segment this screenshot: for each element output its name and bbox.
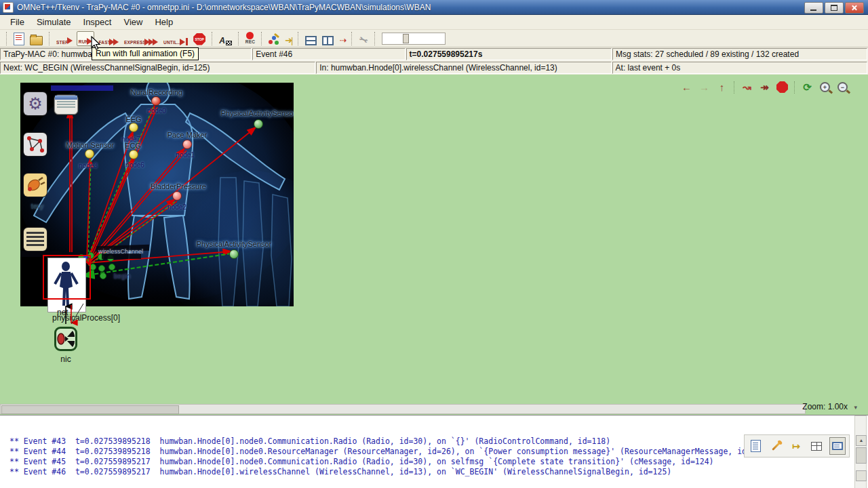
animation-speed-slider[interactable] [382,33,446,45]
step-button[interactable]: STEP [55,31,74,46]
record-icon [246,32,254,39]
goto-event-icon[interactable]: ↦ [789,438,804,454]
horizontal-scrollbar[interactable] [0,404,806,414]
log-line: ** Event #46 t=0.027559895217 humwban.Hn… [9,467,671,476]
until-icon [180,39,185,45]
toolbar-separator [298,32,299,45]
gate-arrows [58,302,89,328]
log-scrollbar[interactable]: ▲ [854,415,867,488]
node-label: Pace Maker [167,131,208,139]
scrollbar-thumb[interactable] [856,447,867,464]
new-run-icon [14,33,24,45]
menu-inspect[interactable]: Inspect [77,16,118,28]
filter-icon[interactable] [768,438,783,454]
module-path-text [51,85,113,91]
status-event: Event #46 [252,48,405,60]
network-view: ← → ↑ ↝ ↠ ⟳ + − [0,75,868,415]
find-objects-button[interactable]: A [218,31,233,46]
sensor-node-nuralrecording[interactable] [151,96,161,106]
animation-options-button[interactable] [267,31,281,46]
forward-icon[interactable]: → [696,80,712,94]
node-label: PhysicalActivitySensor [221,109,294,117]
open-config-button[interactable] [28,31,44,46]
stop-icon[interactable] [774,80,790,94]
event-log-panel[interactable]: ** Event #43 t=0.027539895218 humwban.Hn… [0,415,868,488]
timeline-toggle-button[interactable] [304,31,318,46]
status-msg-stats: Msg stats: 27 scheduled / 89 existing / … [612,48,867,60]
nic-module-icon[interactable] [54,327,77,351]
toolbar-separator [6,32,7,45]
app-icon [3,2,14,13]
node-sublabel: node3 [79,162,98,169]
menu-help[interactable]: Help [149,16,179,28]
record-button[interactable]: REC [244,31,256,46]
scroll-widget-icon[interactable] [856,470,867,481]
stop-button[interactable]: STOP [192,31,207,46]
fast-until-module-icon[interactable]: ↠ [757,80,772,94]
status-next-event: Next: WC_BEGIN (WirelessChannelSignalBeg… [0,62,315,74]
table-view-icon[interactable] [809,438,824,454]
close-button[interactable] [845,2,864,14]
split-view-icon [322,36,334,45]
new-run-button[interactable] [12,31,26,46]
menu-simulate[interactable]: Simulate [31,16,77,28]
split-view-button[interactable] [321,31,335,46]
omnetpp-tkenv-window: OMNeT++/Tkenv - TraPy-MAC #0 - omnetpp.i… [0,0,868,488]
network-graph-icon[interactable] [24,133,47,156]
cluster-channel-label: wirelessChannel [98,248,143,255]
up-icon[interactable]: ↑ [714,80,730,94]
scrollbar-thumb[interactable] [1,405,179,414]
run-until-module-icon[interactable]: ↝ [739,80,755,94]
log-line: ** Event #45 t=0.027559895217 humwban.Hn… [9,457,714,466]
slider-handle[interactable] [403,34,409,43]
mouse-cursor [90,36,101,51]
menu-file[interactable]: File [4,16,31,28]
minimize-button[interactable] [804,2,823,14]
message-trace-button[interactable]: ⇢ [338,31,347,46]
status-simtime: t=0.027559895217s [406,48,612,60]
canvas-toolbar: ← → ↑ ↝ ↠ ⟳ + − [679,80,850,94]
gear-icon[interactable]: ⚙︎ [24,92,47,115]
menu-view[interactable]: View [117,16,149,28]
node-sublabel: node0 [147,107,166,115]
zoom-in-icon[interactable]: + [817,80,833,94]
sensor-node-ecg[interactable] [129,150,138,159]
copy-icon[interactable] [748,438,763,454]
find-objects-icon: A [219,36,225,45]
open-folder-icon [30,36,43,45]
express-button[interactable]: EXPRESS [123,31,159,46]
back-icon[interactable]: ← [679,80,694,94]
maximize-button[interactable] [825,2,844,14]
browser-window-icon[interactable] [54,95,78,115]
until-button[interactable]: UNTIL... [162,31,189,46]
options-button[interactable]: 🔧︎ [357,31,370,46]
zoom-out-icon[interactable]: − [835,80,850,94]
notes-list-icon[interactable] [24,228,47,251]
sensor-node-eeg[interactable] [129,123,138,132]
sensor-node-motion[interactable] [85,149,94,159]
log-line: ** Event #44 t=0.027539895218 humwban.Hn… [9,447,770,456]
toolbar-separator [351,32,353,45]
menu-bar: File Simulate Inspect View Help [0,15,868,30]
step-icon [67,37,73,44]
message-view-icon[interactable] [829,437,846,455]
battery-plug-icon[interactable] [24,174,47,197]
sensor-node-pacemaker[interactable] [182,140,192,149]
node-sublabel: node1 [176,151,195,159]
zoom-dropdown-icon[interactable]: ▾ [854,404,857,411]
status-in-module: In: humwban.Hnode[0].wirelessChannel (Wi… [316,62,611,74]
node-label: BladderPressure [151,182,206,190]
zoom-level-label: Zoom: 1.00x [802,402,848,411]
sensor-node-bladderpressure[interactable] [172,191,182,201]
wrench-icon: 🔧︎ [357,33,370,47]
attach-debugger-button[interactable]: ➔| [283,31,293,46]
sensor-node-physicalactivity-low[interactable] [229,249,239,259]
sensor-node-physicalactivity-top[interactable] [254,119,263,129]
node-label: NuralRecording [131,88,182,96]
toolbar-separator [212,32,213,45]
scroll-up-icon[interactable]: ▲ [856,435,867,446]
redraw-icon[interactable]: ⟳ [800,80,815,94]
node-label: ECG [125,142,141,150]
node-sublabel: node6 [125,161,144,169]
log-line: ** Event #43 t=0.027539895218 humwban.Hn… [9,436,610,446]
